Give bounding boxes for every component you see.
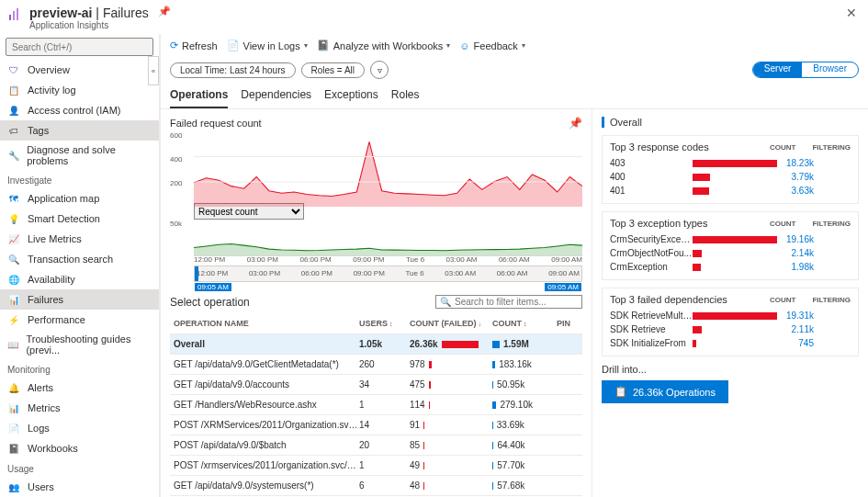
sidebar-item-overview[interactable]: 🛡Overview bbox=[0, 60, 159, 80]
sidebar-item-performance[interactable]: ⚡Performance bbox=[0, 310, 159, 330]
nav-group-monitoring: Monitoring bbox=[0, 359, 159, 378]
svg-rect-1 bbox=[13, 11, 15, 20]
metric-row[interactable]: CrmSecurityExcept...19.16k bbox=[610, 232, 851, 246]
header-title-suffix: Failures bbox=[103, 6, 149, 20]
sidebar-item-transaction-search[interactable]: 🔍Transaction search bbox=[0, 249, 159, 269]
search-icon: 🔍 bbox=[440, 297, 451, 307]
table-row[interactable]: GET /Handlers/WebResource.ashx1114279.10… bbox=[170, 395, 582, 415]
metric-card: Top 3 failed dependenciesCOUNTFILTERINGS… bbox=[602, 288, 859, 356]
nav-icon: 🔍 bbox=[7, 253, 20, 265]
metric-row[interactable]: SDK RetrieveMulti...19.31k bbox=[610, 309, 851, 322]
metric-row[interactable]: CrmObjectNotFou...2.14k bbox=[610, 246, 851, 260]
tab-exceptions[interactable]: Exceptions bbox=[324, 83, 378, 108]
request-count-chart bbox=[194, 220, 582, 256]
sidebar-item-activity-log[interactable]: 📋Activity log bbox=[0, 80, 159, 100]
metric-row[interactable]: 4003.79k bbox=[610, 170, 851, 184]
drill-into-label: Drill into... bbox=[602, 364, 859, 375]
nav-icon: 📋 bbox=[7, 84, 20, 96]
feedback-button[interactable]: ☺Feedback▾ bbox=[459, 40, 525, 51]
svg-rect-2 bbox=[17, 8, 18, 20]
sidebar-item-metrics[interactable]: 📊Metrics bbox=[0, 398, 159, 418]
table-row[interactable]: GET /api/data/v9.0/accounts3447550.95k bbox=[170, 375, 582, 395]
sidebar-item-live-metrics[interactable]: 📈Live Metrics bbox=[0, 229, 159, 249]
nav-icon: 🔔 bbox=[7, 381, 20, 394]
failed-request-chart bbox=[194, 131, 582, 207]
sidebar-item-troubleshooting-guides-previ-[interactable]: 📖Troubleshooting guides (previ... bbox=[0, 330, 159, 359]
server-browser-toggle[interactable]: Server Browser bbox=[752, 62, 859, 78]
metric-row[interactable]: CrmException1.98k bbox=[610, 260, 851, 274]
drill-operations-button[interactable]: 📋26.36k Operations bbox=[602, 380, 728, 403]
sidebar-item-tags[interactable]: 🏷Tags bbox=[0, 120, 159, 141]
list-icon: 📋 bbox=[614, 386, 627, 398]
time-filter-pill[interactable]: Local Time: Last 24 hours bbox=[170, 62, 296, 78]
roles-filter-pill[interactable]: Roles = All bbox=[301, 62, 366, 78]
select-operation-label: Select operation bbox=[170, 296, 250, 309]
metric-row[interactable]: SDK Retrieve2.11k bbox=[610, 322, 851, 336]
nav-icon: 📓 bbox=[7, 442, 20, 455]
nav-icon: 👤 bbox=[7, 104, 20, 117]
nav-icon: ⚡ bbox=[7, 313, 20, 326]
sidebar-item-logs[interactable]: 📄Logs bbox=[0, 418, 159, 438]
view-logs-button[interactable]: 📄View in Logs▾ bbox=[227, 40, 308, 51]
header-title-prefix: preview-ai bbox=[29, 6, 92, 20]
metric-card: Top 3 response codesCOUNTFILTERING40318.… bbox=[602, 135, 859, 204]
operation-search[interactable]: 🔍 bbox=[435, 295, 582, 309]
sidebar-item-workbooks[interactable]: 📓Workbooks bbox=[0, 438, 159, 458]
nav-group-investigate: Investigate bbox=[0, 170, 159, 188]
sidebar-search-input[interactable] bbox=[6, 38, 153, 56]
nav-icon: 📊 bbox=[7, 401, 20, 414]
table-row[interactable]: POST /xrmservices/2011/organization.svc/… bbox=[170, 456, 582, 476]
nav-icon: 📖 bbox=[7, 338, 18, 351]
tab-dependencies[interactable]: Dependencies bbox=[241, 83, 311, 108]
table-row[interactable]: GET /api/data/v9.0/GetClientMetadata(*)2… bbox=[170, 355, 582, 375]
pin-chart-icon[interactable]: 📌 bbox=[569, 117, 582, 130]
table-row[interactable]: GET /api/data/v9.0/systemusers(*)64857.6… bbox=[170, 476, 582, 496]
sidebar-item-users[interactable]: 👥Users bbox=[0, 477, 159, 497]
app-insights-icon bbox=[7, 7, 22, 22]
metric-row[interactable]: SDK InitializeFrom745 bbox=[610, 336, 851, 350]
table-row[interactable]: POST /api/data/v9.0/$batch208564.40k bbox=[170, 435, 582, 456]
metric-row[interactable]: 40318.23k bbox=[610, 156, 851, 170]
sidebar-item-smart-detection[interactable]: 💡Smart Detection bbox=[0, 209, 159, 229]
table-header[interactable]: OPERATION NAMEUSERS↕COUNT (FAILED)↓COUNT… bbox=[170, 312, 582, 334]
header-subtitle: Application Insights bbox=[29, 20, 149, 30]
nav-group-usage: Usage bbox=[0, 458, 159, 477]
chart-title: Failed request count bbox=[170, 118, 262, 129]
nav-icon: 🏷 bbox=[7, 124, 20, 137]
add-filter-icon[interactable]: ▿ bbox=[370, 61, 389, 79]
table-row[interactable]: Overall1.05k26.36k1.59M bbox=[170, 334, 582, 355]
svg-rect-0 bbox=[9, 15, 11, 20]
nav-icon: 📈 bbox=[7, 232, 20, 245]
sidebar-item-failures[interactable]: 📊Failures bbox=[0, 289, 159, 310]
nav-icon: 🛡 bbox=[7, 63, 20, 76]
collapse-sidebar-button[interactable]: « bbox=[148, 56, 159, 85]
sidebar-item-availability[interactable]: 🌐Availability bbox=[0, 269, 159, 289]
metric-card: Top 3 exception typesCOUNTFILTERINGCrmSe… bbox=[602, 211, 859, 280]
time-brush[interactable]: 09:05 AM 09:05 AM 12:00 PM03:00 PM06:00 … bbox=[194, 265, 582, 282]
sidebar-item-diagnose-and-solve-problems[interactable]: 🔧Diagnose and solve problems bbox=[0, 141, 159, 170]
tab-operations[interactable]: Operations bbox=[170, 83, 228, 108]
tab-roles[interactable]: Roles bbox=[391, 83, 420, 108]
sidebar-item-alerts[interactable]: 🔔Alerts bbox=[0, 378, 159, 398]
nav-icon: 📄 bbox=[7, 422, 20, 435]
table-row[interactable]: POST /XRMServices/2011/Organization.svc/… bbox=[170, 415, 582, 435]
sidebar-item-application-map[interactable]: 🗺Application map bbox=[0, 188, 159, 209]
metric-row[interactable]: 4013.63k bbox=[610, 184, 851, 198]
nav-icon: 💡 bbox=[7, 212, 20, 225]
nav-icon: 🌐 bbox=[7, 273, 20, 286]
nav-icon: 👥 bbox=[7, 480, 20, 493]
nav-icon: 🔧 bbox=[7, 149, 19, 162]
pin-icon[interactable]: 📌 bbox=[158, 6, 171, 17]
nav-icon: 📊 bbox=[7, 293, 20, 306]
analyze-button[interactable]: 📓Analyze with Workbooks▾ bbox=[317, 40, 451, 51]
selected-operation-label: Overall bbox=[602, 117, 859, 128]
close-icon[interactable]: ✕ bbox=[846, 6, 857, 20]
sidebar-item-access-control-iam-[interactable]: 👤Access control (IAM) bbox=[0, 100, 159, 120]
refresh-button[interactable]: ⟳Refresh bbox=[170, 40, 218, 51]
nav-icon: 🗺 bbox=[7, 192, 20, 205]
